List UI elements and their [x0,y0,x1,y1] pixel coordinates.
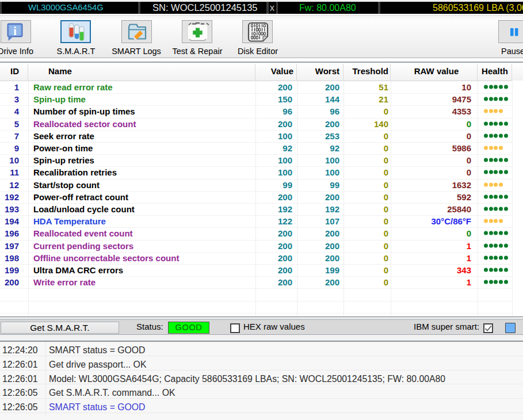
svg-text:i: i [13,25,17,37]
